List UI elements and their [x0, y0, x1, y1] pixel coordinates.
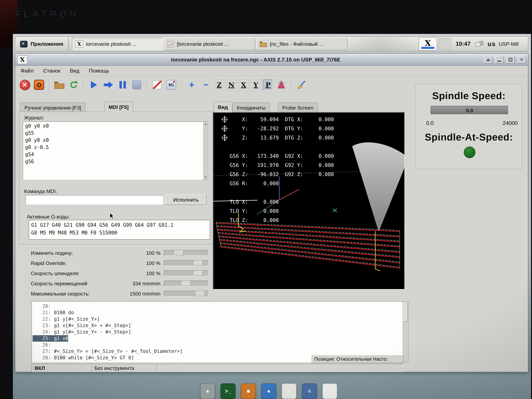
run-button[interactable]	[88, 79, 100, 91]
menu-help[interactable]: Помощь	[89, 68, 109, 74]
gcode-line[interactable]: 21:0100 do	[33, 310, 74, 316]
keyboard-layout-indicator[interactable]: us	[484, 37, 499, 51]
gcode-line[interactable]: 22:g1 y[#<_Size_Y>]	[33, 316, 100, 322]
eraser-icon[interactable]	[474, 37, 485, 51]
view-x-button[interactable]: X	[239, 79, 249, 90]
history-item[interactable]: g0 y0 x0	[25, 137, 206, 144]
slider-track[interactable]	[164, 291, 209, 296]
history-item[interactable]: g55	[25, 130, 206, 137]
rotate-view-button[interactable]	[275, 79, 287, 91]
slider-track[interactable]	[164, 270, 209, 276]
menu-machine[interactable]: Станок	[43, 68, 60, 74]
shade-button[interactable]	[484, 56, 492, 63]
machine-state-box: ВКЛ	[32, 364, 91, 372]
slider-thumb[interactable]	[194, 271, 203, 276]
gcode-line[interactable]: 26:	[33, 342, 54, 348]
applications-menu[interactable]: Приложения	[15, 37, 68, 51]
minimize-button[interactable]	[495, 56, 504, 63]
folder-icon	[260, 41, 267, 47]
history-item[interactable]: g56	[25, 158, 206, 165]
clear-plot-button[interactable]	[296, 79, 308, 91]
dock-icon[interactable]: +	[322, 383, 337, 399]
gcode-line[interactable]: 24:g1 y[#<_Size_Y> - #<_Step>]	[33, 329, 131, 335]
tab-label: Координаты	[237, 105, 266, 111]
x-logo-tray-icon[interactable]: X	[419, 37, 437, 51]
taskbar-grip[interactable]	[69, 38, 71, 50]
estop-button[interactable]: ×	[19, 79, 31, 91]
step-button[interactable]	[131, 79, 143, 91]
mdi-command-input[interactable]	[25, 195, 163, 205]
taskbar-task-filemanager[interactable]: [nc_files - Файловый ...	[257, 38, 348, 50]
dock-icon[interactable]: ●	[261, 383, 276, 399]
slider-thumb[interactable]	[196, 291, 205, 296]
view-y-button[interactable]: Y	[251, 79, 261, 90]
tab-label: MDI [F5]	[108, 104, 129, 110]
tab-probe-screen[interactable]: Probe Screen	[278, 102, 318, 113]
reload-button[interactable]	[68, 79, 80, 91]
history-item[interactable]: g0 y0 x0	[25, 122, 206, 130]
slider-thumb[interactable]	[182, 281, 191, 286]
view-p-button[interactable]: P	[263, 79, 273, 90]
dock-icon[interactable]: >_	[221, 383, 235, 399]
dro-readout: X: 59.094 DTG X: 0.000 Y: -28.292 DTG Y:…	[222, 115, 334, 225]
history-item[interactable]: g0 z-0.5	[25, 144, 206, 151]
dock-icon[interactable]: ●	[200, 383, 215, 399]
open-folder-icon	[54, 81, 64, 89]
tab-manual-control[interactable]: Ручное управление-[F3]	[20, 102, 86, 113]
gcode-line-text: 0100 while [#<_Size_Y> GT 0]	[54, 355, 134, 361]
scroll-up-icon[interactable]: ▲	[204, 122, 207, 126]
slider-track[interactable]	[164, 260, 209, 266]
view-z2-button[interactable]: N	[226, 79, 236, 90]
slider-track[interactable]	[164, 250, 209, 256]
pause-button[interactable]	[116, 79, 129, 91]
gcode-line[interactable]: 25:g1 x0	[33, 335, 68, 342]
dock-icon[interactable]: ○	[282, 383, 297, 399]
dock-icon[interactable]: ■	[241, 383, 256, 399]
broom-icon	[297, 80, 306, 89]
gcode-line[interactable]: 28:0100 while [#<_Size_Y> GT 0]	[33, 355, 134, 361]
close-button[interactable]: ✕	[517, 56, 526, 63]
gcode-line[interactable]: 27:#<_Size_Y> = [#<_Size_Y> - #<_Tool_Di…	[33, 348, 183, 355]
mdi-history-list[interactable]: g0 y0 x0g55g0 y0 x0g0 z-0.5g54g56	[23, 121, 209, 180]
menu-file[interactable]: Файл	[21, 68, 34, 74]
dock-icon-glyph: >_	[225, 388, 231, 394]
gcode-line[interactable]: 23:g1 x[#<_Size_X> + #<_Step>]	[33, 322, 131, 329]
scroll-down-icon[interactable]: ▼	[204, 176, 207, 179]
taskbar-clock[interactable]: 10:47	[452, 37, 474, 51]
slider-track[interactable]	[164, 280, 209, 286]
touch-off-button[interactable]	[151, 79, 163, 91]
window-titlebar[interactable]: X torcevanie ploskosti na frezere.ngc - …	[15, 54, 528, 66]
menu-view[interactable]: Вид	[70, 68, 79, 74]
open-file-button[interactable]	[53, 79, 65, 91]
gcode-line-number: 22:	[33, 316, 51, 322]
tab-mdi[interactable]: MDI [F5]	[104, 101, 133, 112]
tab-label: Вид	[218, 104, 228, 110]
optional-stop-button[interactable]: M1	[165, 79, 177, 91]
tab-dro[interactable]: Координаты	[232, 102, 270, 113]
task-label: torcevanie ploskosti ...	[86, 41, 136, 47]
slider-thumb[interactable]	[175, 250, 184, 255]
gcode-scrollbar[interactable]	[403, 301, 409, 362]
slider-row: Скорость шпинделя: 100 %	[31, 269, 209, 278]
zoom-in-button[interactable]: +	[186, 79, 198, 91]
dock-icon[interactable]: ≡	[302, 383, 317, 399]
dro-line: Z: 13.679 DTG Z: 0.000	[222, 133, 334, 142]
slider-thumb[interactable]	[194, 260, 203, 266]
gcode-scrollbar-thumb[interactable]	[403, 303, 408, 322]
run-from-line-button[interactable]	[102, 79, 114, 91]
axis-window: X torcevanie ploskosti na frezere.ngc - …	[15, 53, 528, 372]
gcode-listing[interactable]: 20: 21:0100 do 22:g1 y[#<_Size_Y>] 23:g1…	[32, 301, 403, 362]
tab-preview[interactable]: Вид	[213, 101, 232, 112]
spindle-at-speed-indicator	[464, 146, 475, 158]
gcode-line[interactable]: 20:	[33, 303, 54, 310]
machine-power-button[interactable]	[33, 79, 45, 91]
taskbar-task-axis[interactable]: X torcevanie ploskosti ...	[72, 38, 163, 50]
view-z-button[interactable]: Z	[214, 79, 224, 90]
preview-3d-canvas[interactable]: X: 59.094 DTG X: 0.000 Y: -28.292 DTG Y:…	[213, 112, 405, 290]
maximize-button[interactable]	[506, 56, 515, 63]
history-item[interactable]: g54	[25, 151, 206, 158]
taskbar-task-editor[interactable]: [torcevanie ploskosti ...	[164, 38, 255, 50]
history-scrollbar[interactable]: ▲▼	[203, 121, 208, 180]
zoom-out-button[interactable]: −	[200, 79, 212, 91]
execute-button[interactable]: Исполнить	[165, 195, 207, 205]
